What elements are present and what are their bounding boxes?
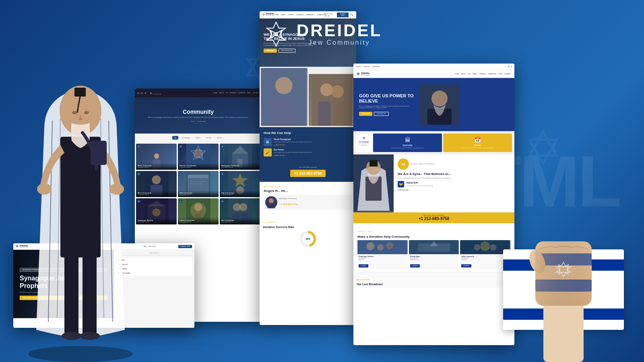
person-left-figure (12, 48, 149, 362)
helping-desc: Lorem ipsum dolor sit amet consectetur a… (406, 185, 433, 187)
svg-rect-16 (83, 253, 97, 334)
years-circle: 25 (398, 158, 409, 170)
svg-point-48 (239, 203, 248, 211)
svg-point-41 (153, 208, 161, 216)
grid-item-ramma[interactable]: Ramma's Community Lorem ipsum dolor sit (178, 144, 219, 170)
donation-card-children[interactable]: Protecting Children Goal $50,000 Raised … (357, 240, 408, 269)
donation-body-1: Protecting Children Goal $50,000 Raised … (357, 254, 408, 269)
help-item-pastor: 🎤 Our Pastor Lorem ipsum dolor sit amet … (264, 148, 352, 156)
service-synagogue: ✡ Our Synagogue Lorem ipsum dolor sit co… (356, 134, 372, 152)
svg-rect-10 (74, 88, 86, 97)
learn-more-1[interactable]: LEARN MORE > (274, 144, 312, 146)
god-hero-section: GOD GIVE US POWER TO BELIEVE We are a Sy… (353, 78, 514, 131)
donation-title: Donation Success Rate (263, 226, 353, 228)
header-logo: ✡ DREIDEL Jew Community (262, 20, 382, 48)
service-community-card: 🏛 Community Lorem ipsum dolor sit amet c… (373, 134, 442, 152)
synagogue-help-icon: 🏛 (264, 138, 272, 146)
tab-synagogue[interactable]: Synagogue (180, 136, 192, 140)
help-item-2-title: Our Pastor (274, 148, 312, 151)
svg-rect-57 (318, 101, 330, 126)
community-nav: ✡ DREIDEL Jew Community HOME ABOUT BIO P… (135, 88, 262, 97)
synagogue-service-icon: ✡ (362, 136, 365, 140)
tab-videos[interactable]: Videos (194, 136, 202, 140)
donate-now-btn[interactable]: DONATE NOW (337, 12, 349, 17)
donation-card-ngos[interactable]: Donate Ngos Goal $100,000 Raised $179,50… (409, 240, 459, 269)
god-hero-person (419, 84, 460, 125)
progress-percent: 46% (302, 233, 314, 245)
svg-point-60 (269, 198, 274, 203)
donate-now-btn-2[interactable]: DONATE NOW (178, 245, 192, 248)
help-item-synagogue: 🏛 About Synagogue Lorem ipsum dolor sit … (264, 138, 352, 146)
svg-rect-58 (333, 101, 346, 126)
fist-figure (511, 217, 616, 362)
donate-btn-2[interactable]: DONATE (410, 264, 420, 267)
donate-btn-1[interactable]: DONATE (359, 264, 368, 267)
watchword-tag: WATCHWORD (357, 279, 370, 281)
svg-point-52 (275, 77, 293, 94)
svg-text:✡: ✡ (274, 31, 279, 37)
svg-point-71 (377, 244, 384, 251)
angels-phone: +1 212-883-9758 (279, 203, 298, 206)
donation-progress-section: 4+ DONATION Donation Success Rate 46% (260, 214, 356, 253)
svg-rect-89 (535, 241, 592, 306)
flag-fist-area (471, 169, 624, 362)
community-title: Community (148, 109, 248, 115)
grid-item-labour[interactable]: Labour Community Lorem ipsum dolor sit (178, 198, 219, 224)
learn-more-2[interactable]: LEARN MORE > (274, 154, 312, 156)
pastor-help-icon: 🎤 (264, 148, 272, 156)
svg-point-18 (80, 332, 100, 340)
grid-item-men-com[interactable]: Men Community Lorem ipsum dolor sit (220, 198, 260, 224)
community-service-icon: 🏛 (376, 137, 439, 143)
service-cards: ✡ Our Synagogue Lorem ipsum dolor sit co… (353, 131, 514, 154)
couple-photos (260, 67, 356, 127)
years-label: 40+ MULTI-YEARS OF EXPERIENCE (411, 163, 435, 165)
grid-item-web[interactable]: Web Community Lorem ipsum dolor sit (178, 171, 219, 197)
tab-groups[interactable]: Groups (204, 136, 213, 140)
phone-label: Free call & Multi-purpose (264, 166, 352, 168)
svg-rect-32 (188, 175, 208, 178)
phone-number-display: +1 212-883-9758 (290, 170, 326, 177)
svg-point-70 (366, 242, 374, 250)
god-hero-desc: We are a Synagogue that believe in Hebre… (359, 105, 411, 109)
god-top-bar: EVENTSSERMONSCOMMUNITY 🌐⊞ (353, 64, 514, 70)
brand-name: DREIDEL (297, 22, 382, 39)
god-hero-buttons: JOIN TODAY SUPPORT US (359, 112, 415, 116)
svg-point-72 (386, 242, 393, 249)
angels-person: Head Pastor, Our Victorious +1 212-883-9… (264, 195, 352, 210)
community-subtitle: We are a synagogue that believe in relig… (148, 116, 248, 118)
svg-rect-68 (369, 160, 378, 167)
grid-item-synagogue[interactable]: Synagogue Community Lorem ipsum dolor si… (220, 144, 260, 170)
svg-point-12 (84, 111, 89, 114)
donation-tag: 4+ DONATION (263, 222, 277, 223)
god-nav-links: HOMEABOUTBIO PAGESPRAYERSDONATION/E SHOP… (455, 73, 511, 75)
tab-all[interactable]: All (172, 136, 178, 140)
god-hero-title: GOD GIVE US POWER TO BELIEVE (359, 93, 415, 104)
svg-point-56 (331, 85, 343, 98)
service-events-card: 📅 Events Lorem ipsum dolor sit amet cons… (443, 134, 512, 152)
svg-point-13 (37, 183, 52, 195)
angels-title: Angels R... He... (264, 189, 352, 193)
svg-rect-82 (543, 298, 584, 362)
svg-point-22 (194, 149, 203, 158)
angels-person-img (265, 196, 277, 208)
help-item-2-desc: Lorem ipsum dolor sit amet consectetur a… (274, 152, 312, 154)
svg-point-3 (28, 346, 133, 362)
we-are-person (353, 154, 394, 212)
tab-events[interactable]: Events (215, 136, 224, 140)
community-grid: Music Community Lorem ipsum dolor sit Ra… (135, 142, 262, 226)
years-badge: 25 40+ MULTI-YEARS OF EXPERIENCE (398, 158, 510, 170)
donation-img-1 (357, 240, 408, 254)
god-join-btn[interactable]: JOIN TODAY (359, 112, 372, 116)
view-services-btn[interactable]: VIEW SERVICES (279, 49, 295, 53)
god-support-btn[interactable]: SUPPORT US (374, 112, 389, 116)
phone-cta-section: Free call & Multi-purpose +1 212-883-975… (260, 163, 356, 182)
svg-point-55 (320, 84, 332, 96)
grid-item-help[interactable]: Help Community Lorem ipsum dolor sit (220, 171, 260, 197)
synagogue-nav-links: HOMEPAGESEVENTS SERMONSCOMMUNITYDONATION (275, 14, 324, 16)
person-silhouette-svg (12, 48, 149, 362)
donate-btn-3[interactable]: DONATE (461, 264, 471, 267)
donation-body-2: Donate Ngos Goal $100,000 Raised $179,50… (409, 254, 459, 269)
join-today-btn[interactable]: JOIN TODAY (264, 49, 277, 53)
synagogue-window[interactable]: ✡ DREIDEL Jew Community HOMEPAGESEVENTS … (260, 11, 356, 325)
svg-rect-15 (64, 253, 78, 334)
